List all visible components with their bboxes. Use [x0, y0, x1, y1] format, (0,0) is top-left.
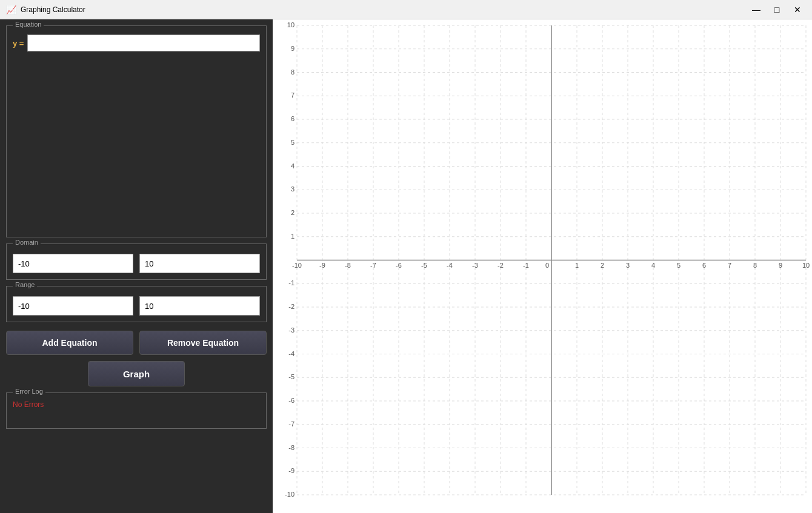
range-legend: Range — [13, 281, 37, 288]
domain-section: Domain — [6, 243, 267, 280]
add-equation-button[interactable]: Add Equation — [6, 331, 133, 355]
close-button[interactable]: ✕ — [788, 2, 807, 17]
domain-max-input[interactable] — [139, 254, 260, 273]
minimize-button[interactable]: — — [747, 2, 766, 17]
left-panel: Equation y = Domain Range — [0, 19, 273, 513]
graph-button[interactable]: Graph — [88, 361, 185, 386]
maximize-button[interactable]: □ — [767, 2, 787, 17]
error-log-legend: Error Log — [13, 388, 45, 395]
graph-button-container: Graph — [6, 361, 267, 386]
window-controls: — □ ✕ — [747, 2, 807, 17]
range-section: Range — [6, 286, 267, 322]
domain-legend: Domain — [13, 239, 41, 246]
error-text: No Errors — [13, 400, 260, 409]
window-title: Graphing Calculator — [21, 5, 747, 14]
graph-panel — [273, 19, 812, 513]
equation-input[interactable] — [27, 35, 260, 51]
app-window: 📈 Graphing Calculator — □ ✕ Equation y =… — [0, 0, 812, 513]
range-min-input[interactable] — [13, 296, 133, 316]
equation-row: y = — [13, 35, 260, 51]
remove-equation-button[interactable]: Remove Equation — [139, 331, 267, 355]
app-icon: 📈 — [5, 4, 17, 16]
domain-inputs — [13, 249, 260, 273]
graph-canvas — [273, 19, 812, 513]
equation-buttons: Add Equation Remove Equation — [6, 331, 267, 355]
equation-legend: Equation — [13, 21, 44, 28]
domain-min-input[interactable] — [13, 254, 133, 273]
error-log-section: Error Log No Errors — [6, 392, 267, 429]
title-bar: 📈 Graphing Calculator — □ ✕ — [0, 0, 812, 19]
main-content: Equation y = Domain Range — [0, 19, 812, 513]
range-inputs — [13, 291, 260, 316]
range-max-input[interactable] — [139, 296, 260, 316]
equation-y-label: y = — [13, 39, 24, 48]
equation-section: Equation y = — [6, 25, 267, 237]
